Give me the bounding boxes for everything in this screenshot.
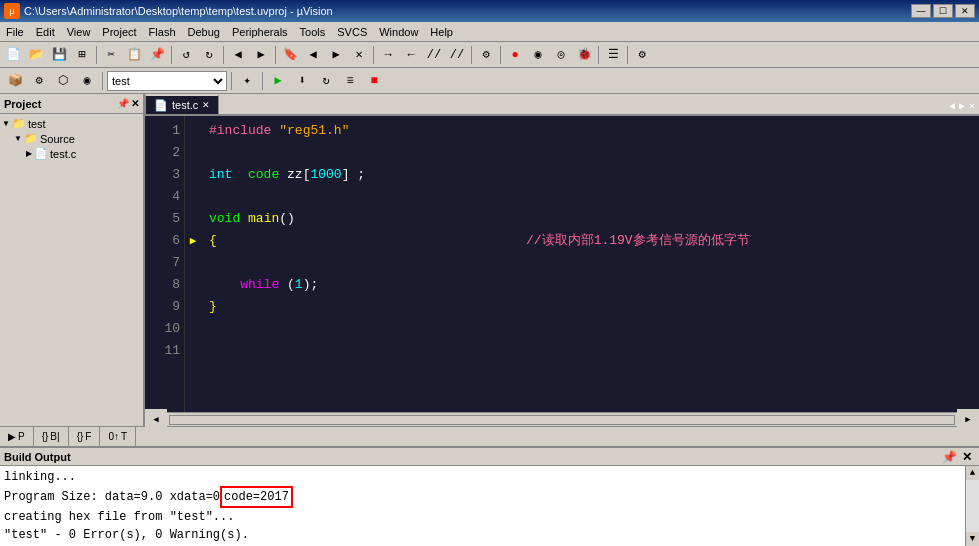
nav-back-btn[interactable]: ◀ — [227, 44, 249, 66]
build-btn[interactable]: ⚙ — [475, 44, 497, 66]
uncomment-btn[interactable]: // — [446, 44, 468, 66]
run-btn[interactable]: ▶ — [267, 70, 289, 92]
brace-open: { — [209, 230, 217, 252]
debug-start-btn[interactable]: ● — [504, 44, 526, 66]
tab-close-all-btn[interactable]: ✕ — [967, 100, 977, 112]
target-select[interactable]: test — [107, 71, 227, 91]
undo-btn[interactable]: ↺ — [175, 44, 197, 66]
scroll-right-btn[interactable]: ▶ — [957, 409, 979, 431]
tab-left-btn[interactable]: ◀ — [947, 100, 957, 112]
expand-icon-testc[interactable]: ▶ — [26, 149, 32, 158]
tab-file-icon: 📄 — [154, 99, 168, 112]
settings-btn[interactable]: ⚙ — [631, 44, 653, 66]
window-btn[interactable]: ☰ — [602, 44, 624, 66]
open-btn[interactable]: 📂 — [25, 44, 47, 66]
linenum-8: 8 — [153, 274, 180, 296]
bottom-tab-b[interactable]: {} B| — [34, 427, 69, 446]
title-bar: μ C:\Users\Administrator\Desktop\temp\te… — [0, 0, 979, 22]
menu-view[interactable]: View — [61, 22, 97, 41]
save-all-btn[interactable]: ⊞ — [71, 44, 93, 66]
close-button[interactable]: ✕ — [955, 4, 975, 18]
bottom-tab-p[interactable]: ▶ P — [0, 427, 34, 446]
bookmark-prev-btn[interactable]: ◀ — [302, 44, 324, 66]
main-area: Project 📌 ✕ ▼ 📁 test ▼ 📁 Source ▶ 📄 — [0, 94, 979, 426]
paste-btn[interactable]: 📌 — [146, 44, 168, 66]
rebuild-btn[interactable]: ↻ — [315, 70, 337, 92]
bookmark-clear-btn[interactable]: ✕ — [348, 44, 370, 66]
menu-project[interactable]: Project — [96, 22, 142, 41]
bookmark-btn[interactable]: 🔖 — [279, 44, 301, 66]
build-scroll-track[interactable] — [966, 480, 979, 532]
project-tree: ▼ 📁 test ▼ 📁 Source ▶ 📄 test.c — [0, 114, 143, 426]
scroll-left-btn[interactable]: ◀ — [145, 409, 167, 431]
panel-pin-btn[interactable]: 📌 — [117, 98, 129, 109]
tab-controls: ◀ ▶ ✕ — [945, 98, 979, 114]
bookmark-next-btn[interactable]: ▶ — [325, 44, 347, 66]
comment-btn[interactable]: // — [423, 44, 445, 66]
debug3-btn[interactable]: ◎ — [550, 44, 572, 66]
build-pin-btn[interactable]: 📌 — [941, 449, 957, 465]
menu-tools[interactable]: Tools — [294, 22, 332, 41]
build-scrollbar[interactable]: ▲ ▼ — [965, 466, 979, 546]
expand-icon-source[interactable]: ▼ — [14, 134, 22, 143]
scrollbar-track[interactable] — [169, 415, 955, 425]
tab-f-icon: {} — [77, 431, 84, 442]
bottom-tab-t[interactable]: 0↑ T — [100, 427, 136, 446]
cut-btn[interactable]: ✂ — [100, 44, 122, 66]
magic-btn[interactable]: ✦ — [236, 70, 258, 92]
build-scroll-up[interactable]: ▲ — [966, 466, 979, 480]
minimize-button[interactable]: — — [911, 4, 931, 18]
tree-item-testc[interactable]: ▶ 📄 test.c — [2, 146, 141, 161]
expand-icon-test[interactable]: ▼ — [2, 119, 10, 128]
compile-btn[interactable]: ⬇ — [291, 70, 313, 92]
build-line-2: Program Size: data=9.0 xdata=0 code=2017 — [4, 486, 961, 508]
proj-btn3[interactable]: ⬡ — [52, 70, 74, 92]
menu-flash[interactable]: Flash — [143, 22, 182, 41]
maximize-button[interactable]: ☐ — [933, 4, 953, 18]
menu-file[interactable]: File — [0, 22, 30, 41]
bottom-tab-f[interactable]: {} F — [69, 427, 101, 446]
tab-b-label: B| — [50, 431, 59, 442]
debug4-btn[interactable]: 🐞 — [573, 44, 595, 66]
indent-btn[interactable]: → — [377, 44, 399, 66]
build-output-content: linking... Program Size: data=9.0 xdata=… — [0, 466, 965, 546]
new-file-btn[interactable]: 📄 — [2, 44, 24, 66]
editor-scrollbar[interactable]: ◀ ▶ — [145, 412, 979, 426]
debug2-btn[interactable]: ◉ — [527, 44, 549, 66]
indent-8 — [209, 274, 240, 296]
sep4 — [275, 46, 276, 64]
menu-edit[interactable]: Edit — [30, 22, 61, 41]
menu-help[interactable]: Help — [424, 22, 459, 41]
copy-btn[interactable]: 📋 — [123, 44, 145, 66]
build-close-btn[interactable]: ✕ — [959, 449, 975, 465]
current-line-arrow: ▶ — [190, 230, 197, 252]
tab-testc[interactable]: 📄 test.c ✕ — [145, 94, 219, 114]
space-3b — [279, 164, 287, 186]
code-content[interactable]: #include "reg51.h" int code zz[ 1000 ] ; — [201, 116, 979, 412]
stop-btn[interactable]: ■ — [363, 70, 385, 92]
tree-item-test[interactable]: ▼ 📁 test — [2, 116, 141, 131]
menu-window[interactable]: Window — [373, 22, 424, 41]
code-line-9: } — [209, 296, 971, 318]
build-highlight-code: code=2017 — [220, 486, 293, 508]
tab-t-label: T — [121, 431, 127, 442]
build-scroll-down[interactable]: ▼ — [966, 532, 979, 546]
proj-btn4[interactable]: ◉ — [76, 70, 98, 92]
tree-item-source[interactable]: ▼ 📁 Source — [2, 131, 141, 146]
title-buttons[interactable]: — ☐ ✕ — [911, 4, 975, 18]
menu-svcs[interactable]: SVCS — [331, 22, 373, 41]
proj-btn1[interactable]: 📦 — [4, 70, 26, 92]
panel-close-btn[interactable]: ✕ — [131, 98, 139, 109]
menu-peripherals[interactable]: Peripherals — [226, 22, 294, 41]
nav-fwd-btn[interactable]: ▶ — [250, 44, 272, 66]
build-output-title: Build Output — [4, 451, 71, 463]
save-btn[interactable]: 💾 — [48, 44, 70, 66]
proj-btn2[interactable]: ⚙ — [28, 70, 50, 92]
toolbar1: 📄 📂 💾 ⊞ ✂ 📋 📌 ↺ ↻ ◀ ▶ 🔖 ◀ ▶ ✕ → ← // // … — [0, 42, 979, 68]
unindent-btn[interactable]: ← — [400, 44, 422, 66]
tab-close-btn[interactable]: ✕ — [202, 100, 210, 110]
tab-right-btn[interactable]: ▶ — [957, 100, 967, 112]
batch-btn[interactable]: ≡ — [339, 70, 361, 92]
menu-debug[interactable]: Debug — [182, 22, 226, 41]
redo-btn[interactable]: ↻ — [198, 44, 220, 66]
